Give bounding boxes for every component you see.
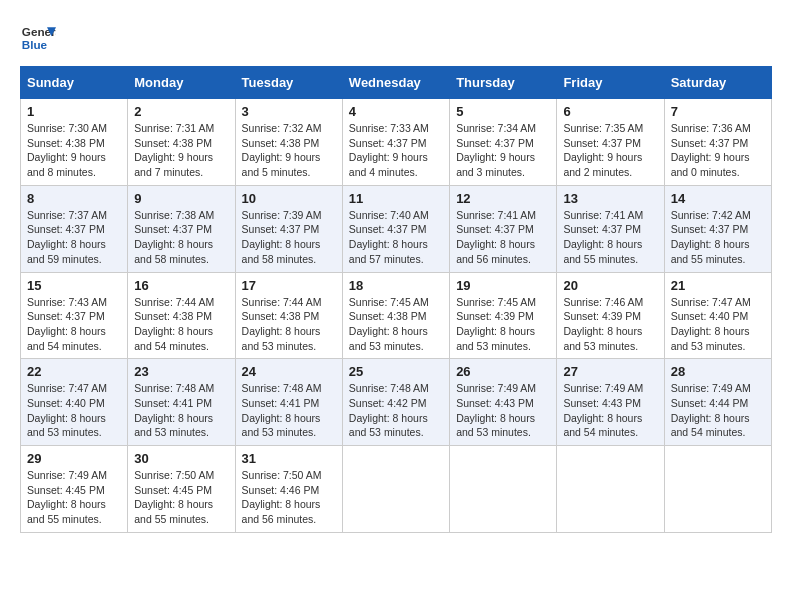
day-number: 3 (242, 104, 336, 119)
calendar-cell: 3 Sunrise: 7:32 AM Sunset: 4:38 PM Dayli… (235, 99, 342, 186)
day-info: Sunrise: 7:35 AM Sunset: 4:37 PM Dayligh… (563, 121, 657, 180)
day-number: 27 (563, 364, 657, 379)
calendar-cell: 30 Sunrise: 7:50 AM Sunset: 4:45 PM Dayl… (128, 446, 235, 533)
calendar-cell (450, 446, 557, 533)
day-info: Sunrise: 7:45 AM Sunset: 4:39 PM Dayligh… (456, 295, 550, 354)
calendar-cell: 9 Sunrise: 7:38 AM Sunset: 4:37 PM Dayli… (128, 185, 235, 272)
day-info: Sunrise: 7:46 AM Sunset: 4:39 PM Dayligh… (563, 295, 657, 354)
day-number: 17 (242, 278, 336, 293)
day-info: Sunrise: 7:41 AM Sunset: 4:37 PM Dayligh… (456, 208, 550, 267)
day-info: Sunrise: 7:42 AM Sunset: 4:37 PM Dayligh… (671, 208, 765, 267)
day-info: Sunrise: 7:48 AM Sunset: 4:42 PM Dayligh… (349, 381, 443, 440)
day-info: Sunrise: 7:49 AM Sunset: 4:44 PM Dayligh… (671, 381, 765, 440)
calendar-cell: 11 Sunrise: 7:40 AM Sunset: 4:37 PM Dayl… (342, 185, 449, 272)
day-info: Sunrise: 7:45 AM Sunset: 4:38 PM Dayligh… (349, 295, 443, 354)
day-info: Sunrise: 7:50 AM Sunset: 4:46 PM Dayligh… (242, 468, 336, 527)
calendar-cell: 31 Sunrise: 7:50 AM Sunset: 4:46 PM Dayl… (235, 446, 342, 533)
calendar-cell: 2 Sunrise: 7:31 AM Sunset: 4:38 PM Dayli… (128, 99, 235, 186)
calendar-cell: 16 Sunrise: 7:44 AM Sunset: 4:38 PM Dayl… (128, 272, 235, 359)
calendar-cell: 5 Sunrise: 7:34 AM Sunset: 4:37 PM Dayli… (450, 99, 557, 186)
day-info: Sunrise: 7:48 AM Sunset: 4:41 PM Dayligh… (134, 381, 228, 440)
day-info: Sunrise: 7:44 AM Sunset: 4:38 PM Dayligh… (242, 295, 336, 354)
day-number: 13 (563, 191, 657, 206)
calendar-cell: 21 Sunrise: 7:47 AM Sunset: 4:40 PM Dayl… (664, 272, 771, 359)
day-info: Sunrise: 7:37 AM Sunset: 4:37 PM Dayligh… (27, 208, 121, 267)
calendar-cell: 26 Sunrise: 7:49 AM Sunset: 4:43 PM Dayl… (450, 359, 557, 446)
day-info: Sunrise: 7:39 AM Sunset: 4:37 PM Dayligh… (242, 208, 336, 267)
day-number: 6 (563, 104, 657, 119)
calendar-cell: 23 Sunrise: 7:48 AM Sunset: 4:41 PM Dayl… (128, 359, 235, 446)
calendar-cell: 13 Sunrise: 7:41 AM Sunset: 4:37 PM Dayl… (557, 185, 664, 272)
day-info: Sunrise: 7:50 AM Sunset: 4:45 PM Dayligh… (134, 468, 228, 527)
header-day-sunday: Sunday (21, 67, 128, 99)
header-day-tuesday: Tuesday (235, 67, 342, 99)
day-number: 19 (456, 278, 550, 293)
header-day-saturday: Saturday (664, 67, 771, 99)
calendar-cell: 24 Sunrise: 7:48 AM Sunset: 4:41 PM Dayl… (235, 359, 342, 446)
day-number: 28 (671, 364, 765, 379)
logo: General Blue (20, 20, 56, 56)
day-number: 4 (349, 104, 443, 119)
calendar-table: SundayMondayTuesdayWednesdayThursdayFrid… (20, 66, 772, 533)
calendar-cell (664, 446, 771, 533)
day-number: 2 (134, 104, 228, 119)
day-number: 12 (456, 191, 550, 206)
day-number: 22 (27, 364, 121, 379)
calendar-cell: 22 Sunrise: 7:47 AM Sunset: 4:40 PM Dayl… (21, 359, 128, 446)
day-number: 5 (456, 104, 550, 119)
day-info: Sunrise: 7:34 AM Sunset: 4:37 PM Dayligh… (456, 121, 550, 180)
page-header: General Blue (20, 20, 772, 56)
day-number: 15 (27, 278, 121, 293)
header-day-wednesday: Wednesday (342, 67, 449, 99)
week-row-2: 8 Sunrise: 7:37 AM Sunset: 4:37 PM Dayli… (21, 185, 772, 272)
day-info: Sunrise: 7:48 AM Sunset: 4:41 PM Dayligh… (242, 381, 336, 440)
day-number: 9 (134, 191, 228, 206)
day-number: 26 (456, 364, 550, 379)
day-info: Sunrise: 7:38 AM Sunset: 4:37 PM Dayligh… (134, 208, 228, 267)
calendar-cell: 14 Sunrise: 7:42 AM Sunset: 4:37 PM Dayl… (664, 185, 771, 272)
day-info: Sunrise: 7:43 AM Sunset: 4:37 PM Dayligh… (27, 295, 121, 354)
day-info: Sunrise: 7:47 AM Sunset: 4:40 PM Dayligh… (27, 381, 121, 440)
day-number: 24 (242, 364, 336, 379)
day-number: 14 (671, 191, 765, 206)
calendar-cell: 15 Sunrise: 7:43 AM Sunset: 4:37 PM Dayl… (21, 272, 128, 359)
header-row: SundayMondayTuesdayWednesdayThursdayFrid… (21, 67, 772, 99)
day-info: Sunrise: 7:49 AM Sunset: 4:45 PM Dayligh… (27, 468, 121, 527)
svg-text:Blue: Blue (22, 38, 48, 51)
day-number: 31 (242, 451, 336, 466)
header-day-monday: Monday (128, 67, 235, 99)
day-number: 11 (349, 191, 443, 206)
calendar-cell: 17 Sunrise: 7:44 AM Sunset: 4:38 PM Dayl… (235, 272, 342, 359)
day-info: Sunrise: 7:33 AM Sunset: 4:37 PM Dayligh… (349, 121, 443, 180)
calendar-cell: 8 Sunrise: 7:37 AM Sunset: 4:37 PM Dayli… (21, 185, 128, 272)
calendar-cell: 27 Sunrise: 7:49 AM Sunset: 4:43 PM Dayl… (557, 359, 664, 446)
day-info: Sunrise: 7:49 AM Sunset: 4:43 PM Dayligh… (563, 381, 657, 440)
day-number: 10 (242, 191, 336, 206)
day-info: Sunrise: 7:49 AM Sunset: 4:43 PM Dayligh… (456, 381, 550, 440)
week-row-1: 1 Sunrise: 7:30 AM Sunset: 4:38 PM Dayli… (21, 99, 772, 186)
day-info: Sunrise: 7:30 AM Sunset: 4:38 PM Dayligh… (27, 121, 121, 180)
calendar-cell (342, 446, 449, 533)
calendar-cell: 7 Sunrise: 7:36 AM Sunset: 4:37 PM Dayli… (664, 99, 771, 186)
logo-icon: General Blue (20, 20, 56, 56)
calendar-cell: 20 Sunrise: 7:46 AM Sunset: 4:39 PM Dayl… (557, 272, 664, 359)
day-number: 29 (27, 451, 121, 466)
day-info: Sunrise: 7:40 AM Sunset: 4:37 PM Dayligh… (349, 208, 443, 267)
day-number: 30 (134, 451, 228, 466)
day-number: 20 (563, 278, 657, 293)
day-info: Sunrise: 7:44 AM Sunset: 4:38 PM Dayligh… (134, 295, 228, 354)
week-row-3: 15 Sunrise: 7:43 AM Sunset: 4:37 PM Dayl… (21, 272, 772, 359)
calendar-cell: 25 Sunrise: 7:48 AM Sunset: 4:42 PM Dayl… (342, 359, 449, 446)
calendar-cell: 6 Sunrise: 7:35 AM Sunset: 4:37 PM Dayli… (557, 99, 664, 186)
day-number: 7 (671, 104, 765, 119)
day-number: 8 (27, 191, 121, 206)
calendar-cell: 19 Sunrise: 7:45 AM Sunset: 4:39 PM Dayl… (450, 272, 557, 359)
calendar-cell: 10 Sunrise: 7:39 AM Sunset: 4:37 PM Dayl… (235, 185, 342, 272)
day-info: Sunrise: 7:36 AM Sunset: 4:37 PM Dayligh… (671, 121, 765, 180)
header-day-thursday: Thursday (450, 67, 557, 99)
day-number: 25 (349, 364, 443, 379)
calendar-cell: 29 Sunrise: 7:49 AM Sunset: 4:45 PM Dayl… (21, 446, 128, 533)
week-row-5: 29 Sunrise: 7:49 AM Sunset: 4:45 PM Dayl… (21, 446, 772, 533)
calendar-cell: 28 Sunrise: 7:49 AM Sunset: 4:44 PM Dayl… (664, 359, 771, 446)
day-info: Sunrise: 7:41 AM Sunset: 4:37 PM Dayligh… (563, 208, 657, 267)
